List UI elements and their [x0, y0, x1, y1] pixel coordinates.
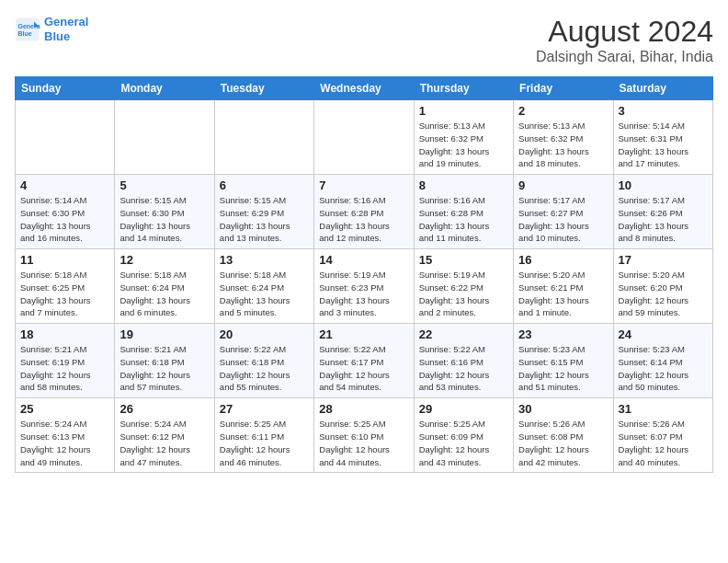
calendar-cell: 13Sunrise: 5:18 AM Sunset: 6:24 PM Dayli… — [214, 249, 313, 324]
day-info: Sunrise: 5:24 AM Sunset: 6:12 PM Dayligh… — [119, 418, 209, 468]
calendar-cell: 11Sunrise: 5:18 AM Sunset: 6:25 PM Dayli… — [16, 249, 115, 324]
day-number: 1 — [419, 104, 508, 118]
day-number: 19 — [119, 327, 209, 341]
day-number: 25 — [20, 402, 109, 416]
day-number: 4 — [20, 178, 109, 192]
day-number: 20 — [220, 327, 309, 341]
day-number: 12 — [119, 253, 209, 267]
day-number: 8 — [419, 178, 508, 192]
month-title: August 2024 — [536, 15, 713, 49]
day-info: Sunrise: 5:25 AM Sunset: 6:09 PM Dayligh… — [419, 418, 508, 468]
weekday-header-sunday: Sunday — [16, 77, 115, 100]
day-info: Sunrise: 5:13 AM Sunset: 6:32 PM Dayligh… — [518, 120, 608, 170]
day-info: Sunrise: 5:22 AM Sunset: 6:16 PM Dayligh… — [419, 343, 508, 394]
day-info: Sunrise: 5:15 AM Sunset: 6:30 PM Dayligh… — [119, 194, 209, 245]
logo-icon: General Blue — [15, 17, 40, 42]
calendar-cell: 28Sunrise: 5:25 AM Sunset: 6:10 PM Dayli… — [314, 398, 414, 473]
calendar-cell: 29Sunrise: 5:25 AM Sunset: 6:09 PM Dayli… — [414, 398, 513, 473]
day-info: Sunrise: 5:24 AM Sunset: 6:13 PM Dayligh… — [20, 418, 109, 468]
calendar-cell — [314, 100, 414, 175]
day-number: 29 — [419, 402, 508, 416]
day-number: 6 — [220, 178, 309, 192]
day-number: 27 — [220, 402, 309, 416]
calendar-cell: 1Sunrise: 5:13 AM Sunset: 6:32 PM Daylig… — [414, 100, 513, 175]
day-number: 11 — [20, 253, 109, 267]
calendar-cell: 14Sunrise: 5:19 AM Sunset: 6:23 PM Dayli… — [314, 249, 414, 324]
day-info: Sunrise: 5:20 AM Sunset: 6:20 PM Dayligh… — [619, 269, 708, 319]
page-header: General Blue GeneralBlue August 2024 Dal… — [15, 15, 713, 65]
logo-text: GeneralBlue — [44, 15, 88, 43]
calendar-cell: 10Sunrise: 5:17 AM Sunset: 6:26 PM Dayli… — [613, 175, 712, 249]
calendar-cell: 16Sunrise: 5:20 AM Sunset: 6:21 PM Dayli… — [514, 249, 613, 324]
day-info: Sunrise: 5:13 AM Sunset: 6:32 PM Dayligh… — [419, 120, 508, 170]
day-number: 26 — [119, 402, 209, 416]
day-number: 9 — [518, 178, 608, 192]
calendar-cell: 25Sunrise: 5:24 AM Sunset: 6:13 PM Dayli… — [16, 398, 115, 473]
calendar-cell: 6Sunrise: 5:15 AM Sunset: 6:29 PM Daylig… — [214, 175, 313, 249]
logo: General Blue GeneralBlue — [15, 15, 88, 43]
day-number: 2 — [518, 104, 608, 118]
calendar-cell: 7Sunrise: 5:16 AM Sunset: 6:28 PM Daylig… — [314, 175, 414, 249]
weekday-header-tuesday: Tuesday — [214, 77, 313, 100]
day-number: 18 — [20, 327, 109, 341]
calendar-cell: 4Sunrise: 5:14 AM Sunset: 6:30 PM Daylig… — [16, 175, 115, 249]
day-info: Sunrise: 5:26 AM Sunset: 6:08 PM Dayligh… — [518, 418, 608, 468]
day-info: Sunrise: 5:19 AM Sunset: 6:22 PM Dayligh… — [419, 269, 508, 319]
week-row-1: 1Sunrise: 5:13 AM Sunset: 6:32 PM Daylig… — [16, 100, 713, 175]
day-info: Sunrise: 5:23 AM Sunset: 6:14 PM Dayligh… — [619, 343, 708, 394]
day-info: Sunrise: 5:19 AM Sunset: 6:23 PM Dayligh… — [319, 269, 408, 319]
day-number: 28 — [319, 402, 408, 416]
day-info: Sunrise: 5:18 AM Sunset: 6:25 PM Dayligh… — [20, 269, 109, 319]
calendar-cell: 20Sunrise: 5:22 AM Sunset: 6:18 PM Dayli… — [214, 324, 313, 398]
day-info: Sunrise: 5:26 AM Sunset: 6:07 PM Dayligh… — [619, 418, 708, 468]
day-number: 17 — [619, 253, 708, 267]
weekday-header-friday: Friday — [514, 77, 613, 100]
calendar-cell: 27Sunrise: 5:25 AM Sunset: 6:11 PM Dayli… — [214, 398, 313, 473]
weekday-header-saturday: Saturday — [613, 77, 712, 100]
day-number: 15 — [419, 253, 508, 267]
day-number: 22 — [419, 327, 508, 341]
day-number: 16 — [518, 253, 608, 267]
day-number: 3 — [619, 104, 708, 118]
calendar-cell: 31Sunrise: 5:26 AM Sunset: 6:07 PM Dayli… — [613, 398, 712, 473]
day-info: Sunrise: 5:14 AM Sunset: 6:31 PM Dayligh… — [619, 120, 708, 170]
day-info: Sunrise: 5:25 AM Sunset: 6:10 PM Dayligh… — [319, 418, 408, 468]
day-info: Sunrise: 5:20 AM Sunset: 6:21 PM Dayligh… — [518, 269, 608, 319]
calendar-cell — [115, 100, 214, 175]
day-number: 10 — [619, 178, 708, 192]
calendar-cell: 2Sunrise: 5:13 AM Sunset: 6:32 PM Daylig… — [514, 100, 613, 175]
week-row-2: 4Sunrise: 5:14 AM Sunset: 6:30 PM Daylig… — [16, 175, 713, 249]
weekday-header-wednesday: Wednesday — [314, 77, 414, 100]
day-info: Sunrise: 5:16 AM Sunset: 6:28 PM Dayligh… — [419, 194, 508, 245]
day-info: Sunrise: 5:18 AM Sunset: 6:24 PM Dayligh… — [119, 269, 209, 319]
calendar-cell: 12Sunrise: 5:18 AM Sunset: 6:24 PM Dayli… — [115, 249, 214, 324]
calendar-table: SundayMondayTuesdayWednesdayThursdayFrid… — [15, 76, 713, 473]
weekday-header-thursday: Thursday — [414, 77, 513, 100]
calendar-cell: 5Sunrise: 5:15 AM Sunset: 6:30 PM Daylig… — [115, 175, 214, 249]
day-info: Sunrise: 5:17 AM Sunset: 6:27 PM Dayligh… — [518, 194, 608, 245]
day-number: 30 — [518, 402, 608, 416]
calendar-cell — [16, 100, 115, 175]
day-number: 24 — [619, 327, 708, 341]
svg-rect-0 — [16, 17, 39, 40]
calendar-cell: 18Sunrise: 5:21 AM Sunset: 6:19 PM Dayli… — [16, 324, 115, 398]
calendar-cell — [214, 100, 313, 175]
calendar-cell: 3Sunrise: 5:14 AM Sunset: 6:31 PM Daylig… — [613, 100, 712, 175]
day-info: Sunrise: 5:16 AM Sunset: 6:28 PM Dayligh… — [319, 194, 408, 245]
calendar-cell: 19Sunrise: 5:21 AM Sunset: 6:18 PM Dayli… — [115, 324, 214, 398]
day-number: 7 — [319, 178, 408, 192]
day-info: Sunrise: 5:21 AM Sunset: 6:18 PM Dayligh… — [119, 343, 209, 394]
calendar-cell: 17Sunrise: 5:20 AM Sunset: 6:20 PM Dayli… — [613, 249, 712, 324]
location: Dalsingh Sarai, Bihar, India — [536, 49, 713, 65]
title-block: August 2024 Dalsingh Sarai, Bihar, India — [536, 15, 713, 65]
week-row-5: 25Sunrise: 5:24 AM Sunset: 6:13 PM Dayli… — [16, 398, 713, 473]
svg-text:Blue: Blue — [18, 30, 32, 37]
calendar-cell: 8Sunrise: 5:16 AM Sunset: 6:28 PM Daylig… — [414, 175, 513, 249]
day-number: 14 — [319, 253, 408, 267]
day-number: 13 — [220, 253, 309, 267]
calendar-cell: 9Sunrise: 5:17 AM Sunset: 6:27 PM Daylig… — [514, 175, 613, 249]
weekday-header-monday: Monday — [115, 77, 214, 100]
day-number: 21 — [319, 327, 408, 341]
calendar-cell: 30Sunrise: 5:26 AM Sunset: 6:08 PM Dayli… — [514, 398, 613, 473]
day-number: 5 — [119, 178, 209, 192]
